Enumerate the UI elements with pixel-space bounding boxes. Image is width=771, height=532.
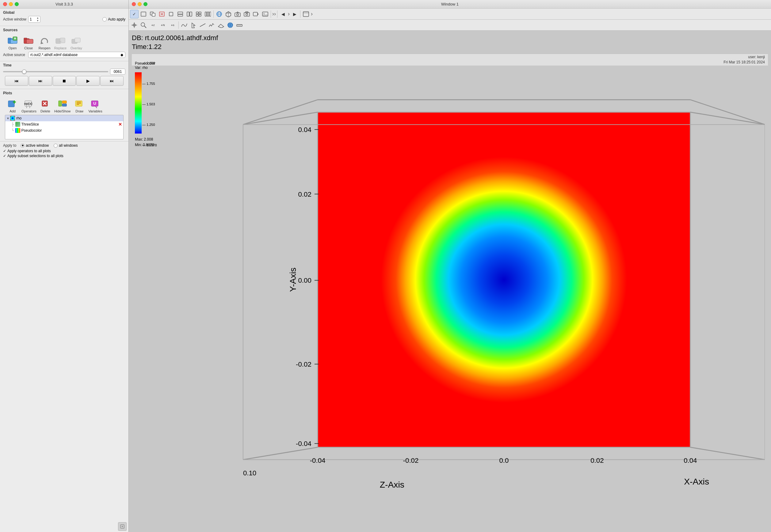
- ruler-button[interactable]: [235, 21, 244, 29]
- time-label: Time: [3, 63, 125, 67]
- svg-rect-55: [210, 12, 211, 16]
- svg-rect-49: [196, 12, 199, 14]
- toolbar-more-2[interactable]: ›: [288, 11, 290, 17]
- svg-rect-1: [8, 38, 11, 39]
- all-windows-radio[interactable]: [54, 144, 58, 148]
- zoom-button[interactable]: [139, 21, 148, 29]
- draw-button[interactable]: Draw: [72, 98, 87, 114]
- active-window-radio-label: active window: [26, 143, 49, 148]
- svg-point-71: [263, 13, 265, 14]
- add-plot-button[interactable]: Add: [5, 98, 20, 114]
- toolbar2-separator-1: [178, 21, 179, 29]
- zoom-n-button[interactable]: +N: [158, 21, 167, 29]
- toolbar-next-frame[interactable]: ▶: [290, 10, 299, 18]
- zoom-z-button[interactable]: +z: [148, 21, 157, 29]
- pick-button[interactable]: [189, 21, 198, 29]
- reopen-button[interactable]: Reopen: [37, 35, 52, 51]
- plot-list: ▼ rho ├ ThreeSlice ✕ └ Pseudocolor: [5, 115, 123, 139]
- minimize-button[interactable]: [9, 2, 13, 6]
- time-slider[interactable]: [3, 71, 108, 72]
- toolbar-split-h[interactable]: [176, 10, 184, 18]
- variables-button[interactable]: U Variables: [88, 98, 103, 114]
- play-to-end-button[interactable]: ⏭: [100, 76, 123, 86]
- plot-sub-pseudocolor[interactable]: └ Pseudocolor: [5, 127, 123, 134]
- svg-text:0.10: 0.10: [243, 469, 256, 477]
- colorbar-ticks: — 2.008 — 1.755 — 1.503 — 1.250 — 0.9978: [142, 61, 157, 147]
- line-button[interactable]: [199, 21, 207, 29]
- toolbar-globe-button[interactable]: [215, 10, 224, 18]
- svg-point-78: [141, 23, 145, 26]
- zoom-s-button[interactable]: +s: [168, 21, 177, 29]
- plot-item-rho[interactable]: ▼ rho: [5, 115, 123, 121]
- query-button[interactable]: [208, 21, 216, 29]
- toolbar-separator-3: [277, 10, 278, 18]
- toolbar-more-button[interactable]: ››: [272, 11, 276, 17]
- toolbar-record-button[interactable]: [252, 10, 260, 18]
- operators-icon: op(x): [23, 98, 34, 109]
- auto-apply-checkbox[interactable]: [102, 17, 107, 21]
- plots-label: Plots: [3, 91, 125, 95]
- spinner-arrows[interactable]: ▲▼: [36, 17, 39, 22]
- replace-button[interactable]: → Replace: [53, 35, 68, 51]
- svg-rect-62: [235, 13, 240, 17]
- toolbar-image-button[interactable]: [261, 10, 270, 18]
- hide-show-button[interactable]: Hide/Show: [54, 98, 71, 114]
- svg-rect-68: [253, 12, 258, 16]
- window-minimize-button[interactable]: [138, 2, 142, 6]
- panel-corner-button[interactable]: [118, 522, 127, 531]
- toolbar-grid-3x[interactable]: [204, 10, 212, 18]
- step-back-button[interactable]: ⏭: [29, 76, 52, 86]
- toolbar-prev-frame[interactable]: ◀: [279, 10, 287, 18]
- tick-1: — 1.755: [142, 82, 157, 85]
- crosshair-button[interactable]: [130, 21, 138, 29]
- toolbar-grid-2x2[interactable]: [195, 10, 203, 18]
- active-window-spinner[interactable]: 1 ▲▼: [28, 16, 40, 23]
- toolbar-delete-window[interactable]: [157, 10, 166, 18]
- toolbar-copy-window[interactable]: [148, 10, 157, 18]
- play-to-start-button[interactable]: ⏮: [5, 76, 28, 86]
- window-maximize-button[interactable]: [143, 2, 147, 6]
- svg-text:0.0: 0.0: [499, 457, 508, 464]
- toolbar-check-button[interactable]: ✓: [130, 10, 138, 18]
- play-forward-button[interactable]: ▶: [76, 76, 100, 86]
- maximize-button[interactable]: [15, 2, 19, 6]
- operators-label: Operators: [21, 109, 36, 113]
- toolbar-more-3[interactable]: ›: [311, 11, 313, 17]
- apply-operators-checkmark: ✓: [3, 149, 6, 153]
- threeslice-close-button[interactable]: ✕: [118, 122, 122, 127]
- svg-text:0.02: 0.02: [591, 457, 604, 464]
- plane-button[interactable]: [217, 21, 225, 29]
- stop-button[interactable]: ⏹: [53, 76, 76, 86]
- svg-rect-26: [62, 101, 66, 103]
- toolbar-box[interactable]: [167, 10, 175, 18]
- window-close-button[interactable]: [132, 2, 136, 6]
- toolbar-camera-button[interactable]: [233, 10, 242, 18]
- apply-operators-row: ✓ Apply operators to all plots: [3, 149, 125, 153]
- svg-rect-45: [178, 12, 183, 14]
- svg-rect-84: [237, 25, 242, 26]
- delete-plot-button[interactable]: Delete: [38, 98, 53, 114]
- operators-button[interactable]: op(x) Operators: [21, 98, 37, 114]
- active-window-radio[interactable]: [21, 144, 25, 148]
- panel-bottom: [0, 521, 128, 532]
- add-label: Add: [9, 109, 16, 113]
- sphere-button[interactable]: [226, 21, 235, 29]
- close-source-button[interactable]: Close: [21, 35, 36, 51]
- all-windows-radio-container: all windows: [54, 143, 77, 148]
- toolbar-cube-button[interactable]: [224, 10, 233, 18]
- plot-sub-threeslice[interactable]: ├ ThreeSlice ✕: [5, 121, 123, 127]
- overlay-button[interactable]: Overlay: [69, 35, 84, 51]
- toolbar-screenshot-button[interactable]: [243, 10, 251, 18]
- time-slider-thumb[interactable]: [22, 70, 26, 74]
- toolbar-split-v[interactable]: [185, 10, 194, 18]
- curve-button[interactable]: [180, 21, 188, 29]
- reopen-icon: [39, 35, 50, 46]
- close-button[interactable]: [3, 2, 7, 6]
- svg-rect-54: [207, 12, 209, 16]
- active-source-dropdown[interactable]: rt.out2.*.athdf.xdmf database ◆: [28, 52, 125, 58]
- apply-section: Apply to active window all windows ✓ App…: [0, 141, 128, 160]
- time-section: Time 0061 ⏮ ⏭ ⏹ ▶ ⏭: [0, 61, 128, 89]
- toolbar-single-window[interactable]: [139, 10, 148, 18]
- toolbar-view-button[interactable]: [302, 10, 310, 18]
- open-button[interactable]: Open: [5, 35, 20, 51]
